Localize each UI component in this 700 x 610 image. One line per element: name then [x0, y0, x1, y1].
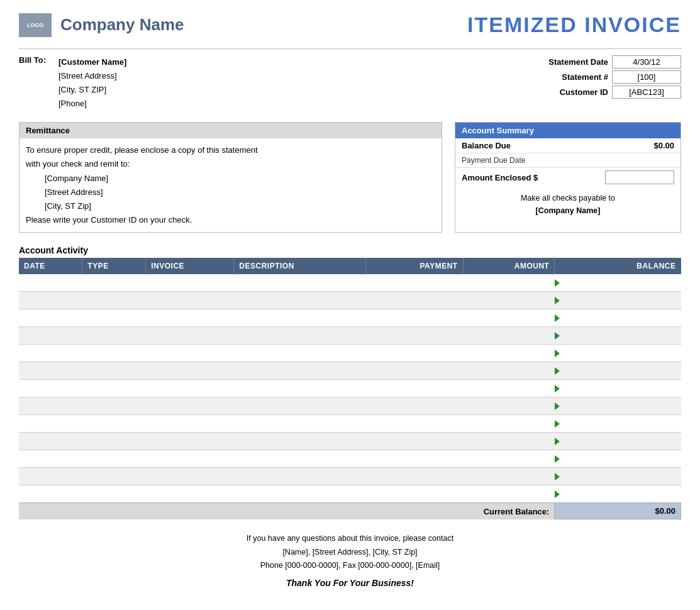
- cell-type: [82, 274, 146, 292]
- cell-type: [82, 362, 146, 380]
- cell-invoice: [146, 345, 234, 362]
- mid-section: Remittance To ensure proper credit, plea…: [19, 122, 681, 233]
- cell-balance: [555, 380, 681, 397]
- cell-description: [234, 485, 366, 503]
- cell-description: [234, 362, 366, 380]
- table-row: [19, 274, 681, 292]
- cell-balance: [555, 309, 681, 327]
- remittance-line2: with your check and remit to:: [26, 157, 435, 171]
- bill-to-details: [Customer Name] [Street Address] [City, …: [58, 55, 126, 111]
- customer-name: [Customer Name]: [58, 57, 126, 67]
- customer-id-label: Customer ID: [526, 87, 608, 97]
- cell-type: [82, 485, 146, 503]
- statement-date-value: 4/30/12: [612, 55, 681, 69]
- cell-invoice: [146, 397, 234, 415]
- bill-to-row: Bill To: [Customer Name] [Street Address…: [19, 55, 526, 111]
- cell-balance: [555, 362, 681, 380]
- cell-payment: [365, 309, 463, 327]
- green-arrow-icon: [555, 385, 560, 392]
- table-row: [19, 433, 681, 450]
- cell-balance: [555, 327, 681, 345]
- cell-invoice: [146, 433, 234, 450]
- cell-date: [19, 433, 82, 450]
- remittance-body: To ensure proper credit, please enclose …: [19, 138, 442, 232]
- table-row: [19, 415, 681, 433]
- cell-description: [234, 397, 366, 415]
- customer-id-row: Customer ID [ABC123]: [526, 86, 681, 99]
- footer-line1: If you have any questions about this inv…: [19, 532, 681, 545]
- current-balance-row: Current Balance: $0.00: [19, 503, 681, 519]
- payable-company: [Company Name]: [462, 204, 674, 217]
- cell-description: [234, 327, 366, 345]
- col-date: DATE: [19, 258, 82, 274]
- footer-section: If you have any questions about this inv…: [19, 532, 681, 591]
- cell-amount: [463, 450, 555, 468]
- cell-payment: [365, 415, 463, 433]
- cell-date: [19, 327, 82, 345]
- remit-street: [Street Address]: [45, 186, 435, 199]
- customer-id-value: [ABC123]: [612, 86, 681, 99]
- cell-description: [234, 309, 366, 327]
- cell-payment: [365, 327, 463, 345]
- cell-amount: [463, 309, 555, 327]
- cell-amount: [463, 327, 555, 345]
- activity-footer: Current Balance: $0.00: [19, 503, 681, 519]
- cell-balance: [555, 415, 681, 433]
- remittance-address: [Company Name] [Street Address] [City, S…: [45, 172, 435, 213]
- bill-phone: [Phone]: [58, 97, 126, 111]
- cell-balance: [555, 292, 681, 309]
- cell-balance: [555, 397, 681, 415]
- col-type: TYPE: [82, 258, 146, 274]
- footer-line2: [Name], [Street Address], [City, ST Zip]: [19, 546, 681, 559]
- table-row: [19, 292, 681, 309]
- green-arrow-icon: [555, 350, 560, 357]
- cell-type: [82, 345, 146, 362]
- cell-invoice: [146, 274, 234, 292]
- table-row: [19, 468, 681, 485]
- payment-due-row: Payment Due Date: [455, 153, 681, 168]
- green-arrow-icon: [555, 491, 560, 498]
- cell-amount: [463, 485, 555, 503]
- green-arrow-icon: [555, 332, 560, 340]
- cell-date: [19, 309, 82, 327]
- remit-company: [Company Name]: [45, 172, 435, 186]
- amount-enclosed-label: Amount Enclosed $: [462, 173, 538, 182]
- company-name: Company Name: [60, 15, 184, 35]
- balance-due-value: $0.00: [653, 141, 674, 150]
- cell-description: [234, 380, 366, 397]
- cell-date: [19, 415, 82, 433]
- thank-you: Thank You For Your Business!: [19, 576, 681, 591]
- footer-line3: Phone [000-000-0000], Fax [000-000-0000]…: [19, 559, 681, 572]
- cell-description: [234, 433, 366, 450]
- remittance-header: Remittance: [19, 123, 442, 138]
- cell-type: [82, 433, 146, 450]
- cell-description: [234, 274, 366, 292]
- cell-payment: [365, 397, 463, 415]
- table-header: DATE TYPE INVOICE DESCRIPTION PAYMENT AM…: [19, 258, 681, 274]
- cell-date: [19, 345, 82, 362]
- activity-body: [19, 274, 681, 503]
- table-row: [19, 327, 681, 345]
- cell-type: [82, 327, 146, 345]
- green-arrow-icon: [555, 367, 560, 375]
- info-section: Bill To: [Customer Name] [Street Address…: [19, 48, 681, 111]
- cell-date: [19, 397, 82, 415]
- current-balance-label: Current Balance:: [19, 503, 555, 519]
- table-row: [19, 380, 681, 397]
- cell-amount: [463, 345, 555, 362]
- cell-payment: [365, 274, 463, 292]
- cell-payment: [365, 380, 463, 397]
- green-arrow-icon: [555, 402, 560, 410]
- table-row: [19, 485, 681, 503]
- table-row: [19, 397, 681, 415]
- cell-payment: [365, 468, 463, 485]
- cell-description: [234, 345, 366, 362]
- table-row: [19, 345, 681, 362]
- cell-payment: [365, 292, 463, 309]
- checks-line1: Make all checks payable to: [462, 192, 674, 204]
- table-row: [19, 450, 681, 468]
- amount-enclosed-input[interactable]: [605, 170, 674, 184]
- cell-payment: [365, 362, 463, 380]
- col-description: DESCRIPTION: [234, 258, 366, 274]
- bill-street: [Street Address]: [58, 69, 126, 83]
